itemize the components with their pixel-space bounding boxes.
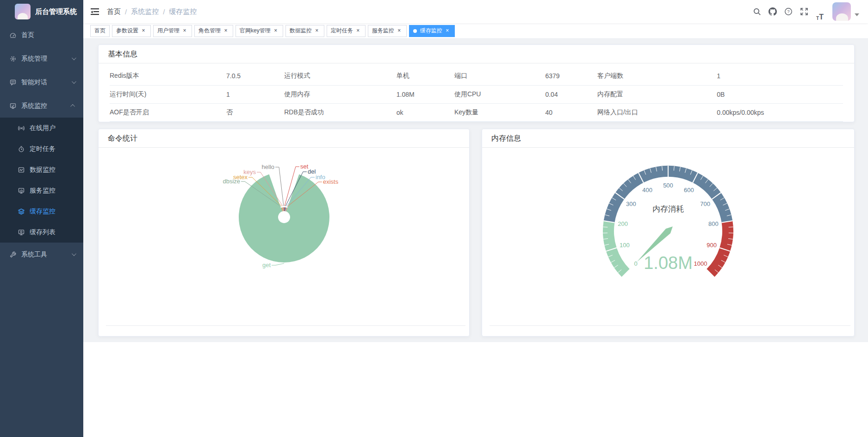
tab-param-settings[interactable]: 参数设置× (112, 25, 151, 37)
sidebar-toggle-icon[interactable] (90, 7, 99, 16)
cell-label: 端口 (454, 67, 546, 85)
table-row: Redis版本7.0.5 运行模式单机 端口6379 客户端数1 (110, 67, 843, 85)
svg-text:del: del (308, 168, 316, 175)
sidebar-item-label: 系统监控 (21, 102, 72, 110)
sidebar-item-label: 定时任务 (30, 145, 56, 153)
table-row: AOF是否开启否 RDB是否成功ok Key数量40 网络入口/出口0.00kp… (110, 103, 843, 121)
cell-label: Key数量 (454, 103, 546, 121)
svg-text:700: 700 (700, 200, 710, 207)
cell-label: 网络入口/出口 (597, 103, 717, 121)
card-title: 基本信息 (99, 45, 854, 63)
sidebar-item-cache-monitor[interactable]: 缓存监控 (0, 201, 83, 222)
svg-text:exists: exists (323, 178, 339, 185)
sidebar-item-label: 智能对话 (21, 78, 72, 87)
close-icon[interactable]: × (314, 28, 320, 34)
sidebar-item-smart-chat[interactable]: 智能对话 (0, 70, 83, 94)
sidebar-item-system-management[interactable]: 系统管理 (0, 47, 83, 70)
svg-text:800: 800 (708, 220, 719, 227)
fullscreen-icon[interactable] (796, 2, 812, 21)
tab-cache-monitor[interactable]: 缓存监控× (409, 25, 455, 37)
github-icon[interactable] (765, 2, 781, 21)
chevron-down-icon (72, 251, 76, 256)
close-icon[interactable]: × (181, 28, 188, 34)
sidebar-item-label: 缓存监控 (30, 207, 56, 216)
sidebar-item-label: 系统管理 (21, 55, 72, 63)
cell-value: 40 (545, 103, 597, 121)
sidebar-item-home[interactable]: 首页 (0, 23, 83, 47)
avatar[interactable] (832, 2, 851, 21)
sidebar-menu: 首页 系统管理 智能对话 系统监控 在线用 (0, 23, 83, 266)
tab-scheduled-tasks[interactable]: 定时任务× (327, 25, 366, 37)
tab-home[interactable]: 首页 (90, 25, 110, 37)
svg-text:1.08M: 1.08M (644, 253, 693, 273)
tab-data-monitor[interactable]: 数据监控× (285, 25, 324, 37)
tab-label: 定时任务 (331, 27, 353, 35)
svg-text:500: 500 (663, 181, 673, 188)
cell-value: 0B (717, 85, 843, 103)
tab-service-monitor[interactable]: 服务监控× (368, 25, 407, 37)
sidebar-item-cache-list[interactable]: 缓存列表 (0, 222, 83, 243)
svg-text:0: 0 (634, 260, 637, 267)
sidebar-item-system-tools[interactable]: 系统工具 (0, 243, 83, 266)
breadcrumb: 首页 / 系统监控 / 缓存监控 (107, 7, 197, 16)
tab-user-management[interactable]: 用户管理× (153, 25, 192, 37)
svg-text:内存消耗: 内存消耗 (652, 205, 684, 213)
cell-value: 1 (717, 67, 843, 85)
page-content: 基本信息 Redis版本7.0.5 运行模式单机 端口6379 客户端数1 运行… (83, 39, 868, 342)
svg-text:get: get (262, 262, 271, 268)
cell-label: 使用CPU (454, 85, 546, 103)
search-icon[interactable] (749, 2, 765, 21)
cell-value: 1.08M (397, 85, 454, 103)
svg-text:100: 100 (620, 242, 630, 249)
main-area: 首页 / 系统监控 / 缓存监控 ? T (83, 0, 868, 437)
data-chart-icon (18, 166, 25, 174)
submenu-wrapper: 在线用户 定时任务 数据监控 服务监控 (0, 118, 83, 243)
tab-role-management[interactable]: 角色管理× (194, 25, 233, 37)
breadcrumb-current: 缓存监控 (169, 7, 197, 16)
breadcrumb-home[interactable]: 首页 (107, 7, 121, 16)
cell-label: 客户端数 (597, 67, 717, 85)
caret-down-icon[interactable] (855, 13, 859, 16)
sidebar-item-system-monitor[interactable]: 系统监控 (0, 94, 83, 118)
svg-text:300: 300 (626, 200, 636, 207)
online-users-icon (18, 125, 25, 132)
svg-text:hello: hello (262, 163, 274, 170)
card-title: 命令统计 (99, 129, 469, 148)
cell-label: 使用内存 (284, 85, 397, 103)
chart-baseline (490, 325, 850, 326)
breadcrumb-system-monitor[interactable]: 系统监控 (131, 7, 159, 16)
svg-text:1000: 1000 (694, 260, 707, 267)
close-icon[interactable]: × (444, 28, 451, 34)
sidebar-item-label: 系统工具 (21, 250, 72, 259)
sidebar-item-data-monitor[interactable]: 数据监控 (0, 159, 83, 180)
font-size-large-letter: T (819, 13, 824, 21)
tab-key-management[interactable]: 官网key管理× (236, 25, 283, 37)
close-icon[interactable]: × (140, 28, 147, 34)
svg-text:900: 900 (707, 242, 717, 249)
chevron-down-icon (72, 79, 76, 84)
navbar-actions: ? TT (749, 2, 861, 21)
cell-label: 运行时间(天) (110, 85, 226, 103)
server-icon (18, 187, 25, 194)
card-title: 内存信息 (482, 129, 854, 148)
sidebar-item-scheduled-tasks[interactable]: 定时任务 (0, 138, 83, 159)
close-icon[interactable]: × (273, 28, 279, 34)
cell-value: 6379 (545, 67, 597, 85)
memory-info-card: 内存信息 01002003004005006007008009001000内存消… (482, 129, 855, 337)
breadcrumb-separator: / (125, 8, 127, 16)
font-size-icon[interactable]: TT (812, 2, 828, 21)
tab-label: 参数设置 (116, 27, 138, 35)
question-icon[interactable]: ? (781, 2, 796, 21)
svg-text:400: 400 (642, 187, 652, 194)
sidebar-item-online-users[interactable]: 在线用户 (0, 118, 83, 138)
cell-label: AOF是否开启 (110, 103, 226, 121)
tab-label: 角色管理 (198, 27, 221, 35)
close-icon[interactable]: × (223, 28, 229, 34)
close-icon[interactable]: × (355, 28, 361, 34)
sidebar-item-service-monitor[interactable]: 服务监控 (0, 180, 83, 201)
close-icon[interactable]: × (396, 28, 403, 34)
logo[interactable]: 后台管理系统 (0, 0, 83, 23)
basic-info-table: Redis版本7.0.5 运行模式单机 端口6379 客户端数1 运行时间(天)… (110, 67, 843, 122)
tab-label: 缓存监控 (420, 27, 442, 35)
layers-icon (18, 208, 25, 215)
